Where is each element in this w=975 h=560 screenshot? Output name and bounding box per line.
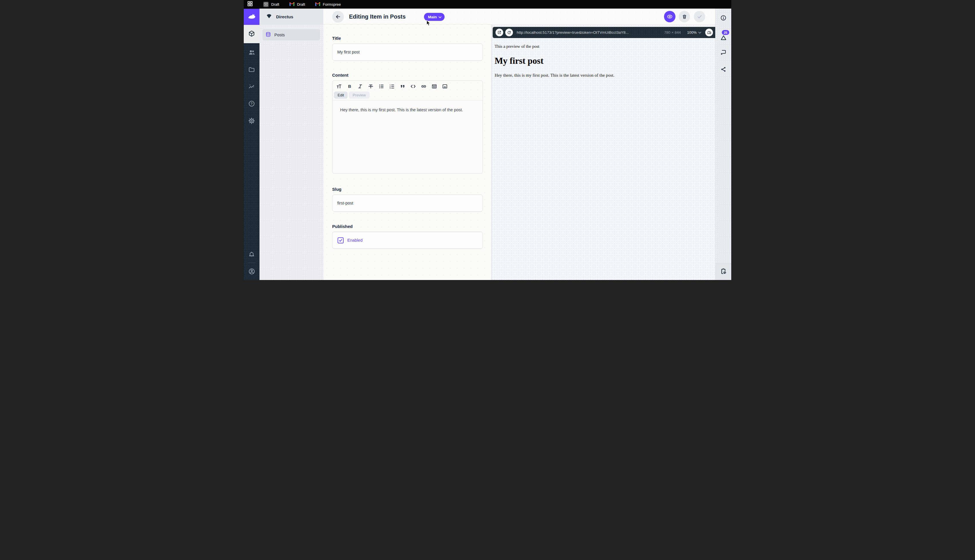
back-button[interactable] [332, 11, 344, 23]
settings-module-icon[interactable] [244, 115, 260, 127]
database-icon [265, 32, 271, 38]
enabled-label: Enabled [347, 238, 362, 243]
content-textarea[interactable]: Hey there, this is my first post. This i… [332, 100, 483, 173]
field-content: Content B 123 [332, 72, 483, 173]
editor-tabs: Edit Preview [332, 90, 483, 99]
page-header: Editing Item in Posts Main [323, 8, 715, 25]
revisions-badge: 25 [722, 30, 729, 35]
preview-body: Hey there, this is my first post. This i… [495, 72, 710, 78]
flow-tray-section [715, 263, 731, 280]
insights-module-icon[interactable] [244, 81, 260, 92]
files-module-icon[interactable] [244, 63, 260, 75]
notifications-bell-icon[interactable] [244, 249, 260, 260]
bulleted-list-icon[interactable] [378, 83, 384, 89]
right-sidebar: 25 [715, 8, 731, 280]
italic-icon[interactable] [357, 83, 363, 89]
browser-tab-bar: 31 Draft Draft Formspree [244, 0, 731, 8]
live-preview-pane: http://localhost:5173/1?preview=true&tok… [492, 25, 715, 280]
workspace-header[interactable]: Directus [260, 8, 323, 25]
chevron-down-icon [438, 15, 442, 19]
module-content-active[interactable] [244, 25, 260, 43]
published-box: Enabled [332, 232, 483, 249]
text-size-icon[interactable] [336, 83, 342, 89]
svg-text:3: 3 [390, 87, 390, 89]
page-title: Editing Item in Posts [349, 8, 406, 25]
share-icon[interactable] [715, 63, 731, 75]
field-title: Title My first post [332, 35, 483, 61]
browser-tab-formspree[interactable]: Formspree [315, 2, 341, 7]
field-label: Published [332, 224, 483, 229]
bold-icon[interactable]: B [347, 83, 352, 89]
gmail-icon [315, 2, 320, 7]
tab-edit[interactable]: Edit [334, 92, 348, 99]
calendar-icon: 31 [263, 2, 268, 7]
svg-text:B: B [348, 84, 351, 89]
main-area: Editing Item in Posts Main [323, 8, 715, 280]
comments-icon[interactable] [715, 46, 731, 58]
tab-preview[interactable]: Preview [349, 92, 369, 99]
chevron-down-icon [698, 30, 701, 35]
blockquote-icon[interactable] [400, 83, 405, 89]
image-icon[interactable] [442, 83, 448, 89]
code-icon[interactable] [410, 83, 416, 89]
navigation-sidebar: Directus Posts [260, 8, 323, 280]
preview-intro: This a preview of the post [495, 43, 710, 49]
strikethrough-icon[interactable] [368, 83, 373, 89]
app-grid-icon[interactable] [247, 1, 253, 8]
eye-preview-button[interactable] [664, 11, 675, 22]
field-label: Slug [332, 187, 483, 192]
sidebar-item-label: Posts [274, 33, 285, 37]
directus-rabbit-logo [247, 12, 257, 22]
fan-diamond-icon [266, 13, 272, 21]
box-module-icon [248, 30, 255, 38]
devices-toggle-button[interactable] [705, 28, 713, 36]
pending-actions-icon[interactable] [720, 268, 727, 276]
screen: 31 Draft Draft Formspree [244, 0, 731, 280]
svg-text:?: ? [251, 102, 253, 105]
markdown-editor: B 123 [332, 80, 483, 173]
item-edit-form: Title My first post Content B [323, 25, 492, 280]
module-bar: ? [244, 8, 260, 280]
zoom-select[interactable]: 100% [687, 30, 701, 35]
field-slug: Slug first-post [332, 187, 483, 212]
help-module-icon[interactable]: ? [244, 98, 260, 109]
directus-logo-button[interactable] [244, 9, 260, 25]
browser-tab-draft-1[interactable]: 31 Draft [263, 2, 279, 7]
sidebar-item-posts[interactable]: Posts [262, 29, 320, 40]
users-module-icon[interactable] [244, 46, 260, 58]
info-icon[interactable] [715, 12, 731, 23]
field-published: Published Enabled [332, 224, 483, 249]
editor-toolbar: B 123 [332, 81, 483, 90]
field-label: Title [332, 35, 483, 41]
enabled-checkbox[interactable] [338, 237, 343, 243]
link-icon[interactable] [421, 83, 427, 89]
check-save-button[interactable] [694, 11, 705, 22]
trash-delete-button[interactable] [678, 11, 690, 22]
preview-heading: My first post [495, 55, 710, 67]
account-avatar-icon[interactable] [244, 266, 260, 277]
title-input[interactable]: My first post [332, 43, 483, 61]
field-label: Content [332, 72, 483, 78]
table-icon[interactable] [432, 83, 437, 89]
preview-dimensions: 780 × 844 [664, 30, 681, 35]
slug-input[interactable]: first-post [332, 195, 483, 212]
preview-document: This a preview of the post My first post… [492, 38, 715, 78]
gmail-icon [290, 2, 294, 7]
workspace-name: Directus [276, 14, 293, 19]
preview-url-bar: http://localhost:5173/1?preview=true&tok… [493, 27, 715, 38]
preview-url[interactable]: http://localhost:5173/1?preview=true&tok… [517, 30, 660, 35]
browser-tab-draft-2[interactable]: Draft [290, 2, 305, 7]
numbered-list-icon[interactable]: 123 [389, 83, 395, 89]
version-dropdown-button[interactable]: Main [424, 13, 445, 21]
open-in-new-button[interactable] [495, 28, 503, 36]
refresh-button[interactable] [505, 28, 513, 36]
